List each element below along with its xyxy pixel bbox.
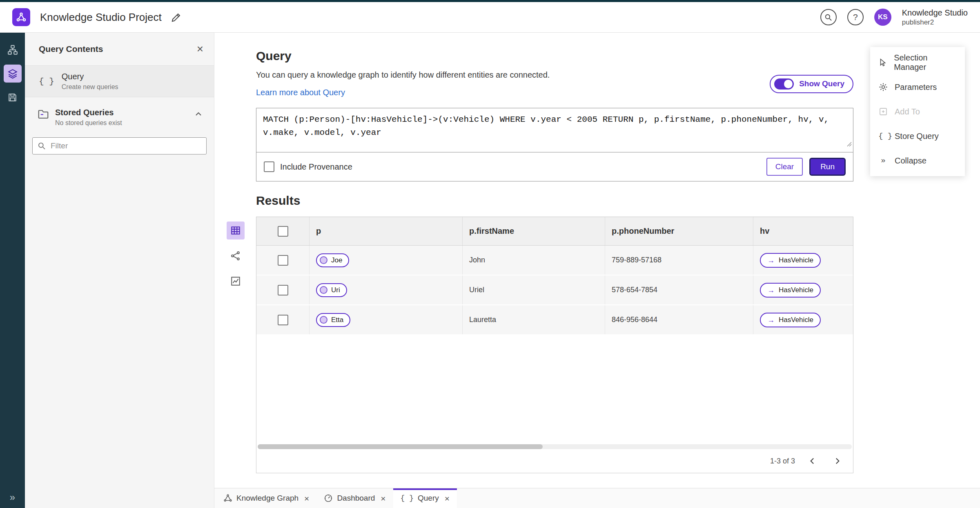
stored-queries-label: Stored Queries xyxy=(55,108,188,117)
horizontal-scrollbar[interactable] xyxy=(258,444,852,449)
rail-save-button[interactable] xyxy=(4,88,22,106)
pencil-icon xyxy=(171,12,182,23)
menu-item-label: Store Query xyxy=(895,132,939,141)
search-icon xyxy=(824,13,832,21)
tab-close-icon[interactable]: × xyxy=(381,494,385,503)
filter-input[interactable] xyxy=(50,141,201,151)
resize-handle-icon[interactable] xyxy=(845,138,852,151)
scrollbar-thumb[interactable] xyxy=(258,444,543,449)
brand-name: Knowledge Studio xyxy=(902,8,968,18)
help-button[interactable]: ? xyxy=(847,9,864,25)
column-header-p[interactable]: p xyxy=(310,217,463,245)
graph-view-button[interactable] xyxy=(227,247,245,265)
tab-knowledge-graph[interactable]: Knowledge Graph × xyxy=(216,488,316,508)
collapse-section-button[interactable] xyxy=(194,110,203,121)
question-mark-icon: ? xyxy=(853,12,858,22)
save-icon xyxy=(7,92,18,103)
column-header-phone[interactable]: p.phoneNumber xyxy=(605,217,753,245)
arrow-right-icon: → xyxy=(767,286,775,294)
edge-pill[interactable]: → HasVehicle xyxy=(760,283,821,298)
previous-page-button[interactable] xyxy=(806,454,820,468)
table-view-button[interactable] xyxy=(227,222,245,239)
menu-item-label: Selection Manager xyxy=(894,53,957,72)
results-table: p p.firstName p.phoneNumber hv Joe xyxy=(256,217,853,473)
column-header-hv[interactable]: hv xyxy=(753,217,853,245)
node-pill[interactable]: Etta xyxy=(316,313,350,327)
chart-icon xyxy=(230,276,241,286)
chart-view-button[interactable] xyxy=(227,272,245,290)
menu-item-add-to[interactable]: Add To xyxy=(870,99,965,124)
stored-queries-section: Stored Queries No stored queries exist xyxy=(25,97,214,135)
panel-title: Query Contents xyxy=(39,44,103,54)
node-icon xyxy=(320,286,327,294)
hierarchy-icon xyxy=(7,45,18,55)
show-query-toggle[interactable]: Show Query xyxy=(770,75,853,93)
table-row: Etta Lauretta 846-956-8644 → HasVehicle xyxy=(256,305,853,335)
arrow-right-icon: → xyxy=(767,316,775,324)
stored-queries-sublabel: No stored queries exist xyxy=(55,119,188,127)
edge-pill[interactable]: → HasVehicle xyxy=(760,253,821,268)
node-label: Uri xyxy=(331,286,340,294)
user-avatar[interactable]: KS xyxy=(874,9,891,26)
show-query-label: Show Query xyxy=(799,79,844,88)
cursor-select-icon xyxy=(878,58,887,67)
user-role: publisher2 xyxy=(902,18,968,27)
pagination-info: 1-3 of 3 xyxy=(770,457,795,465)
cell-firstname: Lauretta xyxy=(463,305,605,334)
column-header-firstname[interactable]: p.firstName xyxy=(463,217,605,245)
menu-item-collapse[interactable]: » Collapse xyxy=(870,148,965,173)
node-icon xyxy=(320,316,327,324)
edge-pill[interactable]: → HasVehicle xyxy=(760,313,821,327)
panel-close-button[interactable]: × xyxy=(197,43,203,55)
node-pill[interactable]: Uri xyxy=(316,283,347,297)
include-provenance-checkbox[interactable] xyxy=(264,161,274,172)
chevron-up-icon xyxy=(194,110,203,119)
close-icon: × xyxy=(197,43,203,55)
cell-phone: 759-889-57168 xyxy=(605,246,753,275)
query-contents-panel: Query Contents × { } Query Create new qu… xyxy=(25,33,214,508)
rail-expand-button[interactable]: » xyxy=(0,492,25,503)
run-button[interactable]: Run xyxy=(809,158,846,176)
rail-layers-button[interactable] xyxy=(4,65,22,83)
edit-title-button[interactable] xyxy=(171,12,182,23)
folder-icon xyxy=(37,108,49,120)
dashboard-icon xyxy=(324,494,333,503)
search-button[interactable] xyxy=(820,9,837,25)
table-header-row: p p.firstName p.phoneNumber hv xyxy=(256,217,853,246)
learn-more-link[interactable]: Learn more about Query xyxy=(256,88,345,97)
query-text-editor[interactable]: MATCH (p:Person)-[hv:HasVehicle]->(v:Veh… xyxy=(256,108,853,152)
tab-close-icon[interactable]: × xyxy=(445,494,450,503)
table-row: Uri Uriel 578-654-7854 → HasVehicle xyxy=(256,275,853,305)
row-checkbox[interactable] xyxy=(278,255,288,266)
tab-label: Knowledge Graph xyxy=(236,494,298,503)
cell-firstname: Uriel xyxy=(463,275,605,304)
tab-dashboard[interactable]: Dashboard × xyxy=(316,488,393,508)
query-page: Query You can query a knowledge graph to… xyxy=(214,33,980,488)
sidebar-item-query[interactable]: { } Query Create new queries xyxy=(25,65,214,97)
query-editor-container: MATCH (p:Person)-[hv:HasVehicle]->(v:Veh… xyxy=(256,108,853,181)
query-item-label: Query xyxy=(62,72,118,81)
next-page-button[interactable] xyxy=(830,454,844,468)
menu-item-parameters[interactable]: Parameters xyxy=(870,75,965,99)
row-checkbox[interactable] xyxy=(278,315,288,325)
node-pill[interactable]: Joe xyxy=(316,253,349,267)
menu-item-store-query[interactable]: { } Store Query xyxy=(870,124,965,148)
chevron-right-icon xyxy=(832,456,842,466)
clear-button[interactable]: Clear xyxy=(766,158,803,176)
graph-icon xyxy=(223,494,232,503)
braces-icon: { } xyxy=(39,77,54,86)
row-checkbox[interactable] xyxy=(278,285,288,295)
menu-item-selection-manager[interactable]: Selection Manager xyxy=(870,50,965,75)
results-view-toolbar xyxy=(227,222,256,290)
double-chevron-right-icon: » xyxy=(10,492,15,503)
select-all-checkbox[interactable] xyxy=(278,226,288,237)
tab-query[interactable]: { } Query × xyxy=(393,488,457,508)
left-icon-rail: » xyxy=(0,33,25,508)
app-logo[interactable] xyxy=(12,8,30,26)
user-info: Knowledge Studio publisher2 xyxy=(902,8,968,27)
layers-icon xyxy=(7,68,18,79)
include-provenance-label: Include Provenance xyxy=(280,162,352,172)
cell-phone: 846-956-8644 xyxy=(605,305,753,334)
rail-model-button[interactable] xyxy=(4,41,22,59)
tab-close-icon[interactable]: × xyxy=(304,494,309,503)
